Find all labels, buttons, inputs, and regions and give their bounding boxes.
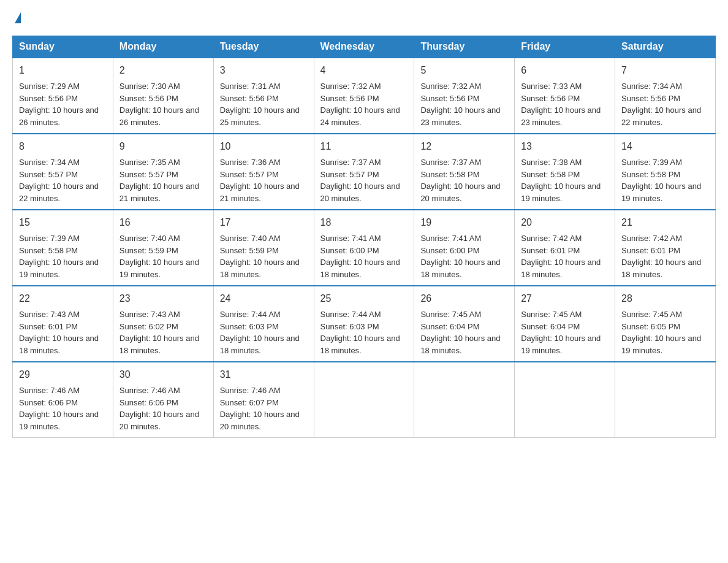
calendar-day-cell: 25 Sunrise: 7:44 AMSunset: 6:03 PMDaylig… [314, 286, 414, 362]
day-number: 30 [119, 367, 207, 382]
column-header-monday: Monday [113, 36, 213, 58]
day-number: 29 [19, 367, 107, 382]
day-info: Sunrise: 7:42 AMSunset: 6:01 PMDaylight:… [621, 234, 701, 279]
day-info: Sunrise: 7:40 AMSunset: 5:59 PMDaylight:… [220, 234, 300, 279]
day-number: 6 [521, 63, 609, 78]
calendar-day-cell: 19 Sunrise: 7:41 AMSunset: 6:00 PMDaylig… [414, 210, 515, 286]
calendar-day-cell: 13 Sunrise: 7:38 AMSunset: 5:58 PMDaylig… [515, 134, 615, 210]
day-number: 18 [320, 215, 408, 230]
day-info: Sunrise: 7:45 AMSunset: 6:04 PMDaylight:… [420, 310, 500, 355]
calendar-day-cell: 27 Sunrise: 7:45 AMSunset: 6:04 PMDaylig… [515, 286, 615, 362]
calendar-day-cell: 30 Sunrise: 7:46 AMSunset: 6:06 PMDaylig… [113, 362, 213, 438]
day-info: Sunrise: 7:44 AMSunset: 6:03 PMDaylight:… [220, 310, 300, 355]
day-number: 23 [119, 291, 207, 306]
calendar-day-cell [314, 362, 414, 438]
day-info: Sunrise: 7:37 AMSunset: 5:58 PMDaylight:… [420, 158, 500, 203]
calendar-day-cell: 28 Sunrise: 7:45 AMSunset: 6:05 PMDaylig… [615, 286, 716, 362]
calendar-day-cell: 2 Sunrise: 7:30 AMSunset: 5:56 PMDayligh… [113, 58, 213, 134]
calendar-week-row: 15 Sunrise: 7:39 AMSunset: 5:58 PMDaylig… [13, 210, 716, 286]
calendar-day-cell: 1 Sunrise: 7:29 AMSunset: 5:56 PMDayligh… [13, 58, 113, 134]
day-number: 27 [521, 291, 609, 306]
day-number: 8 [19, 139, 107, 154]
calendar-day-cell: 9 Sunrise: 7:35 AMSunset: 5:57 PMDayligh… [113, 134, 213, 210]
calendar-day-cell: 23 Sunrise: 7:43 AMSunset: 6:02 PMDaylig… [113, 286, 213, 362]
day-info: Sunrise: 7:39 AMSunset: 5:58 PMDaylight:… [621, 158, 701, 203]
calendar-day-cell: 6 Sunrise: 7:33 AMSunset: 5:56 PMDayligh… [515, 58, 615, 134]
column-header-thursday: Thursday [414, 36, 515, 58]
calendar-day-cell: 14 Sunrise: 7:39 AMSunset: 5:58 PMDaylig… [615, 134, 716, 210]
day-info: Sunrise: 7:40 AMSunset: 5:59 PMDaylight:… [119, 234, 199, 279]
day-info: Sunrise: 7:37 AMSunset: 5:57 PMDaylight:… [320, 158, 400, 203]
day-number: 14 [621, 139, 709, 154]
calendar-day-cell: 31 Sunrise: 7:46 AMSunset: 6:07 PMDaylig… [213, 362, 314, 438]
column-header-friday: Friday [515, 36, 615, 58]
calendar-day-cell: 24 Sunrise: 7:44 AMSunset: 6:03 PMDaylig… [213, 286, 314, 362]
column-header-wednesday: Wednesday [314, 36, 414, 58]
day-info: Sunrise: 7:46 AMSunset: 6:07 PMDaylight:… [220, 386, 300, 431]
calendar-day-cell: 29 Sunrise: 7:46 AMSunset: 6:06 PMDaylig… [13, 362, 113, 438]
calendar-day-cell: 4 Sunrise: 7:32 AMSunset: 5:56 PMDayligh… [314, 58, 414, 134]
day-number: 11 [320, 139, 408, 154]
day-info: Sunrise: 7:31 AMSunset: 5:56 PMDaylight:… [220, 82, 300, 127]
logo-triangle-icon [15, 12, 21, 23]
calendar-day-cell: 7 Sunrise: 7:34 AMSunset: 5:56 PMDayligh… [615, 58, 716, 134]
day-number: 5 [420, 63, 508, 78]
day-number: 19 [420, 215, 508, 230]
calendar-day-cell: 16 Sunrise: 7:40 AMSunset: 5:59 PMDaylig… [113, 210, 213, 286]
day-info: Sunrise: 7:45 AMSunset: 6:04 PMDaylight:… [521, 310, 601, 355]
day-info: Sunrise: 7:44 AMSunset: 6:03 PMDaylight:… [320, 310, 400, 355]
column-header-tuesday: Tuesday [213, 36, 314, 58]
day-info: Sunrise: 7:34 AMSunset: 5:56 PMDaylight:… [621, 82, 701, 127]
day-number: 20 [521, 215, 609, 230]
day-number: 10 [220, 139, 308, 154]
day-info: Sunrise: 7:39 AMSunset: 5:58 PMDaylight:… [19, 234, 99, 279]
day-info: Sunrise: 7:29 AMSunset: 5:56 PMDaylight:… [19, 82, 99, 127]
calendar-week-row: 8 Sunrise: 7:34 AMSunset: 5:57 PMDayligh… [13, 134, 716, 210]
day-number: 13 [521, 139, 609, 154]
calendar-week-row: 22 Sunrise: 7:43 AMSunset: 6:01 PMDaylig… [13, 286, 716, 362]
day-info: Sunrise: 7:32 AMSunset: 5:56 PMDaylight:… [320, 82, 400, 127]
day-number: 17 [220, 215, 308, 230]
day-number: 22 [19, 291, 107, 306]
day-info: Sunrise: 7:46 AMSunset: 6:06 PMDaylight:… [19, 386, 99, 431]
calendar-day-cell: 10 Sunrise: 7:36 AMSunset: 5:57 PMDaylig… [213, 134, 314, 210]
day-info: Sunrise: 7:36 AMSunset: 5:57 PMDaylight:… [220, 158, 300, 203]
calendar-day-cell: 11 Sunrise: 7:37 AMSunset: 5:57 PMDaylig… [314, 134, 414, 210]
day-info: Sunrise: 7:43 AMSunset: 6:02 PMDaylight:… [119, 310, 199, 355]
calendar-day-cell: 17 Sunrise: 7:40 AMSunset: 5:59 PMDaylig… [213, 210, 314, 286]
day-info: Sunrise: 7:35 AMSunset: 5:57 PMDaylight:… [119, 158, 199, 203]
calendar-day-cell [615, 362, 716, 438]
day-number: 7 [621, 63, 709, 78]
calendar-day-cell: 22 Sunrise: 7:43 AMSunset: 6:01 PMDaylig… [13, 286, 113, 362]
day-number: 4 [320, 63, 408, 78]
column-header-saturday: Saturday [615, 36, 716, 58]
day-info: Sunrise: 7:33 AMSunset: 5:56 PMDaylight:… [521, 82, 601, 127]
day-number: 25 [320, 291, 408, 306]
day-info: Sunrise: 7:46 AMSunset: 6:06 PMDaylight:… [119, 386, 199, 431]
day-info: Sunrise: 7:42 AMSunset: 6:01 PMDaylight:… [521, 234, 601, 279]
day-number: 2 [119, 63, 207, 78]
day-number: 9 [119, 139, 207, 154]
calendar-day-cell: 5 Sunrise: 7:32 AMSunset: 5:56 PMDayligh… [414, 58, 515, 134]
calendar-day-cell: 8 Sunrise: 7:34 AMSunset: 5:57 PMDayligh… [13, 134, 113, 210]
day-number: 15 [19, 215, 107, 230]
day-info: Sunrise: 7:30 AMSunset: 5:56 PMDaylight:… [119, 82, 199, 127]
calendar-day-cell: 26 Sunrise: 7:45 AMSunset: 6:04 PMDaylig… [414, 286, 515, 362]
day-info: Sunrise: 7:41 AMSunset: 6:00 PMDaylight:… [320, 234, 400, 279]
day-info: Sunrise: 7:34 AMSunset: 5:57 PMDaylight:… [19, 158, 99, 203]
column-header-sunday: Sunday [13, 36, 113, 58]
day-number: 1 [19, 63, 107, 78]
calendar-day-cell: 12 Sunrise: 7:37 AMSunset: 5:58 PMDaylig… [414, 134, 515, 210]
day-number: 24 [220, 291, 308, 306]
calendar-week-row: 1 Sunrise: 7:29 AMSunset: 5:56 PMDayligh… [13, 58, 716, 134]
day-number: 21 [621, 215, 709, 230]
day-info: Sunrise: 7:32 AMSunset: 5:56 PMDaylight:… [420, 82, 500, 127]
day-number: 26 [420, 291, 508, 306]
calendar-table: SundayMondayTuesdayWednesdayThursdayFrid… [12, 36, 716, 438]
logo [12, 12, 21, 23]
day-number: 16 [119, 215, 207, 230]
calendar-day-cell [414, 362, 515, 438]
day-number: 28 [621, 291, 709, 306]
calendar-day-cell [515, 362, 615, 438]
day-number: 31 [220, 367, 308, 382]
